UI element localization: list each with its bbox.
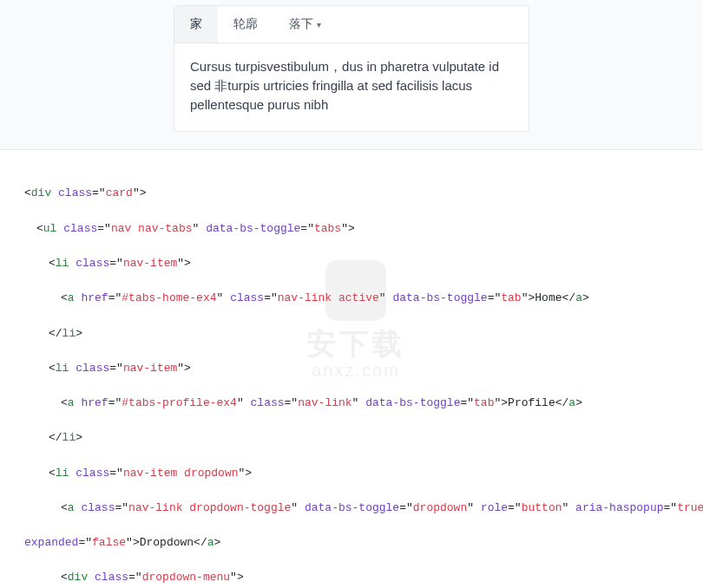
tab-label: 落下	[289, 16, 313, 30]
card: 家 轮廓 落下▾ Cursus turpisvestibulum，dus in …	[174, 5, 529, 132]
preview-area: 家 轮廓 落下▾ Cursus turpisvestibulum，dus in …	[0, 0, 703, 149]
tab-label: 轮廓	[233, 16, 258, 30]
tab-label: 家	[190, 16, 202, 30]
nav-item-profile: 轮廓	[218, 6, 273, 42]
nav-item-dropdown: 落下▾	[273, 6, 337, 42]
body-text: Cursus turpisvestibulum，dus in pharetra …	[190, 59, 499, 112]
code-block: <div class="card"> <ul class="nav nav-ta…	[0, 149, 703, 588]
tab-profile[interactable]: 轮廓	[218, 6, 273, 42]
nav-tabs: 家 轮廓 落下▾	[174, 6, 529, 43]
tab-dropdown[interactable]: 落下▾	[273, 6, 337, 42]
chevron-down-icon: ▾	[317, 20, 321, 29]
tab-home[interactable]: 家	[174, 6, 218, 42]
card-body: Cursus turpisvestibulum，dus in pharetra …	[174, 43, 529, 131]
nav-item-home: 家	[174, 6, 218, 42]
